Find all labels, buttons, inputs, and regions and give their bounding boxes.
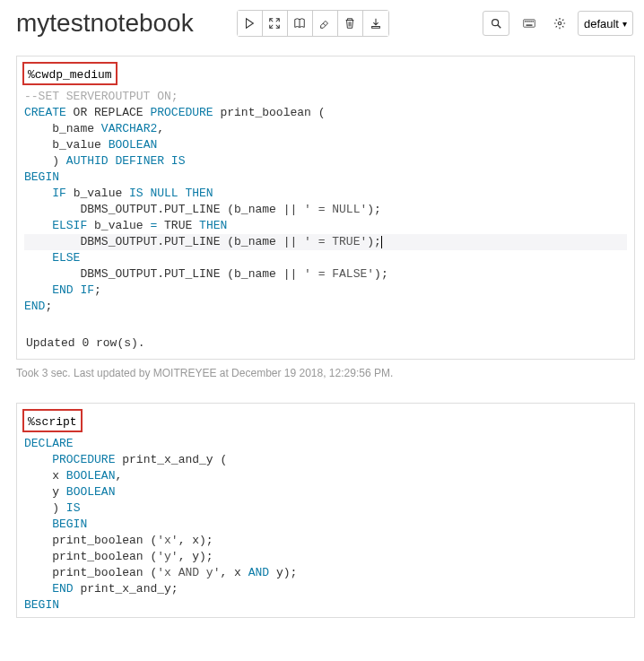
code-line: END;: [24, 299, 627, 315]
code-editor-2[interactable]: DECLARE PROCEDURE print_x_and_y ( x BOOL…: [17, 432, 634, 617]
code-line: --SET SERVEROUTPUT ON;: [24, 89, 627, 105]
book-icon: [293, 17, 306, 30]
keyboard-button[interactable]: [517, 11, 542, 36]
code-line: DBMS_OUTPUT.PUT_LINE (b_name || ' = TRUE…: [24, 234, 627, 250]
code-line: b_value BOOLEAN: [24, 137, 627, 153]
header: mytestnotebook default: [0, 0, 644, 50]
gear-icon: [553, 17, 566, 30]
code-line: BEGIN: [24, 597, 627, 613]
code-line: PROCEDURE print_x_and_y (: [24, 452, 627, 468]
cell-meta-1: Took 3 sec. Last updated by MOITREYEE at…: [0, 360, 644, 394]
collapse-icon: [268, 17, 281, 30]
code-line: BEGIN: [24, 170, 627, 186]
svg-rect-5: [530, 21, 531, 22]
interpreter-directive-1: %cwdp_medium: [22, 62, 117, 85]
code-line: print_boolean ('x', x);: [24, 533, 627, 549]
code-cell-1[interactable]: %cwdp_medium --SET SERVEROUTPUT ON;CREAT…: [16, 56, 635, 360]
cell-output-1: Updated 0 row(s).: [17, 327, 634, 359]
eraser-button[interactable]: [313, 11, 338, 36]
code-line: print_boolean ('y', y);: [24, 549, 627, 565]
code-line: DECLARE: [24, 436, 627, 452]
search-button[interactable]: [483, 11, 509, 36]
code-line: END print_x_and_y;: [24, 581, 627, 597]
download-button[interactable]: [363, 11, 388, 36]
run-button[interactable]: [238, 11, 263, 36]
svg-rect-2: [525, 21, 526, 22]
code-line: END IF;: [24, 283, 627, 299]
svg-rect-4: [528, 21, 529, 22]
code-line: b_name VARCHAR2,: [24, 121, 627, 137]
search-icon: [490, 17, 502, 30]
code-line: CREATE OR REPLACE PROCEDURE print_boolea…: [24, 105, 627, 121]
eraser-icon: [318, 17, 331, 30]
svg-rect-3: [527, 21, 527, 22]
book-button[interactable]: [288, 11, 313, 36]
code-line: DBMS_OUTPUT.PUT_LINE (b_name || ' = NULL…: [24, 202, 627, 218]
download-icon: [370, 17, 382, 30]
svg-rect-7: [526, 24, 532, 25]
trash-icon: [344, 17, 356, 30]
code-line: ) AUTHID DEFINER IS: [24, 153, 627, 170]
code-editor-1[interactable]: --SET SERVEROUTPUT ON;CREATE OR REPLACE …: [17, 85, 634, 327]
settings-button[interactable]: [547, 11, 572, 36]
toolbar-execute-group: [237, 10, 389, 37]
code-line: ) IS: [24, 500, 627, 517]
notebook-title: mytestnotebook: [16, 9, 194, 38]
collapse-button[interactable]: [263, 11, 288, 36]
play-icon: [243, 17, 256, 30]
svg-point-0: [492, 20, 499, 26]
mode-dropdown[interactable]: default ▾: [578, 11, 633, 36]
svg-rect-6: [532, 21, 533, 22]
trash-button[interactable]: [338, 11, 363, 36]
caret-down-icon: ▾: [622, 19, 627, 29]
dropdown-label: default: [584, 17, 619, 30]
code-line: ELSE: [24, 250, 627, 266]
code-cell-2[interactable]: %script DECLARE PROCEDURE print_x_and_y …: [16, 403, 635, 618]
code-line: IF b_value IS NULL THEN: [24, 186, 627, 202]
svg-point-8: [558, 22, 561, 25]
code-line: print_boolean ('x AND y', x AND y);: [24, 565, 627, 581]
code-line: x BOOLEAN,: [24, 468, 627, 484]
keyboard-icon: [523, 17, 535, 30]
code-line: DBMS_OUTPUT.PUT_LINE (b_name || ' = FALS…: [24, 266, 627, 283]
right-tool-group: default ▾: [517, 11, 633, 36]
code-line: ELSIF b_value = TRUE THEN: [24, 218, 627, 234]
svg-rect-1: [524, 20, 535, 27]
code-line: y BOOLEAN: [24, 484, 627, 500]
interpreter-directive-2: %script: [22, 409, 83, 432]
code-line: BEGIN: [24, 517, 627, 533]
